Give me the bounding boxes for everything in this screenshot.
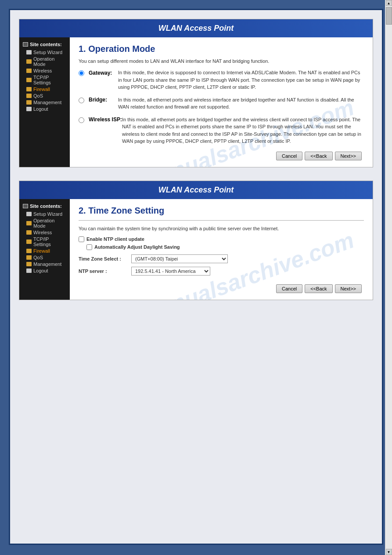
gateway-row: Gateway: In this mode, the device is sup… bbox=[79, 69, 364, 91]
sidebar-item-setup-wizard[interactable]: Setup Wizard bbox=[26, 50, 66, 55]
enable-ntp-checkbox[interactable] bbox=[79, 236, 84, 242]
panel1-button-row: Cancel <<Back Next>> bbox=[79, 152, 364, 160]
panel1-title-text: WLAN Access Point bbox=[158, 24, 234, 33]
time-zone-select-row: Time Zone Select : (GMT+08:00) Taipei bbox=[79, 254, 364, 263]
ntp-server-row: NTP server : 192.5.41.41 - North America bbox=[79, 267, 364, 276]
folder-icon bbox=[26, 87, 32, 91]
time-zone-select-label: Time Zone Select : bbox=[79, 256, 131, 261]
folder-icon bbox=[26, 100, 32, 105]
scroll-thumb[interactable] bbox=[386, 7, 392, 25]
sidebar-item-tcpip[interactable]: TCP/IP Settings bbox=[26, 75, 66, 85]
sidebar2-item-management[interactable]: Management bbox=[26, 261, 66, 267]
doc-icon bbox=[26, 268, 32, 273]
time-zone-select[interactable]: (GMT+08:00) Taipei bbox=[131, 254, 228, 263]
folder-icon bbox=[26, 59, 32, 64]
sidebar-item-qos[interactable]: QoS bbox=[26, 93, 66, 98]
sidebar1-title: Site contents: bbox=[23, 42, 66, 47]
bridge-radio[interactable] bbox=[79, 98, 84, 103]
monitor-icon2 bbox=[23, 204, 28, 208]
bridge-row: Bridge: In this mode, all ethernet ports… bbox=[79, 96, 364, 111]
gateway-desc: In this mode, the device is supposed to … bbox=[118, 69, 364, 91]
auto-daylight-checkbox[interactable] bbox=[86, 244, 92, 250]
ntp-server-select[interactable]: 192.5.41.41 - North America bbox=[131, 267, 210, 276]
sidebar2-title: Site contents: bbox=[23, 203, 66, 209]
panel2-back-button[interactable]: <<Back bbox=[305, 284, 332, 293]
doc-icon bbox=[26, 50, 32, 54]
doc-icon bbox=[26, 107, 32, 111]
wireless-isp-radio[interactable] bbox=[79, 117, 84, 123]
sidebar-item-wireless[interactable]: Wireless bbox=[26, 68, 66, 73]
ntp-server-label: NTP server : bbox=[79, 268, 131, 274]
panel1-header: WLAN Access Point bbox=[19, 19, 373, 37]
folder-icon bbox=[26, 94, 32, 98]
panel1-scrollbar[interactable]: ▲ ▼ bbox=[385, 0, 392, 555]
operation-mode-title: 1. Operation Mode bbox=[79, 44, 364, 54]
panel1-main: manualsarchive.com 1. Operation Mode You… bbox=[70, 37, 373, 167]
sidebar2-item-tcpip[interactable]: TCP/IP Settings bbox=[26, 236, 66, 247]
sidebar-item-management[interactable]: Management bbox=[26, 100, 66, 105]
auto-daylight-row: Automatically Adjust Daylight Saving bbox=[86, 244, 364, 250]
folder-icon bbox=[26, 78, 32, 82]
doc-icon bbox=[26, 212, 32, 216]
wireless-isp-desc: In this mode, all ethernet ports are bri… bbox=[122, 116, 364, 145]
sidebar2: Site contents: Setup Wizard Operation Mo… bbox=[19, 199, 70, 300]
sidebar2-item-operation-mode[interactable]: Operation Mode bbox=[26, 218, 66, 229]
panel2-header: WLAN Access Point bbox=[19, 181, 373, 199]
sidebar2-item-setup-wizard[interactable]: Setup Wizard bbox=[26, 211, 66, 217]
enable-ntp-label: Enable NTP client update bbox=[86, 236, 144, 242]
sidebar1: Site contents: Setup Wizard Operation Mo… bbox=[19, 37, 70, 167]
scroll-up-arrow[interactable]: ▲ bbox=[386, 0, 392, 6]
panel1-body: Site contents: Setup Wizard Operation Mo… bbox=[19, 37, 373, 167]
wireless-isp-row: Wireless ISP: In this mode, all ethernet… bbox=[79, 116, 364, 145]
folder-icon bbox=[26, 230, 32, 235]
folder-icon bbox=[26, 262, 32, 266]
panel1-next-button[interactable]: Next>> bbox=[335, 152, 362, 160]
monitor-icon bbox=[23, 42, 28, 47]
time-zone-desc: You can maintain the system time by sync… bbox=[79, 226, 364, 231]
panel1-back-button[interactable]: <<Back bbox=[305, 152, 332, 160]
operation-mode-desc: You can setup different modes to LAN and… bbox=[79, 58, 364, 64]
folder-icon bbox=[26, 249, 32, 253]
time-zone-title: 2. Time Zone Setting bbox=[79, 206, 364, 216]
panel2-button-row: Cancel <<Back Next>> bbox=[79, 284, 364, 293]
panel2-main: manualsarchive.com 2. Time Zone Setting … bbox=[70, 199, 373, 300]
folder-icon bbox=[26, 221, 32, 225]
folder-icon bbox=[26, 69, 32, 73]
section-divider bbox=[79, 220, 364, 221]
scroll-down-arrow[interactable]: ▼ bbox=[386, 549, 392, 555]
panel1-cancel-button[interactable]: Cancel bbox=[276, 152, 302, 160]
panel2-cancel-button[interactable]: Cancel bbox=[276, 284, 302, 293]
sidebar-item-firewall[interactable]: Firewall bbox=[26, 87, 66, 92]
sidebar2-item-wireless[interactable]: Wireless bbox=[26, 230, 66, 235]
sidebar2-item-qos[interactable]: QoS bbox=[26, 255, 66, 260]
panel2-title-text: WLAN Access Point bbox=[158, 185, 234, 194]
sidebar-item-logout[interactable]: Logout bbox=[26, 106, 66, 112]
sidebar-item-operation-mode[interactable]: Operation Mode bbox=[26, 56, 66, 67]
sidebar2-item-firewall[interactable]: Firewall bbox=[26, 248, 66, 254]
wireless-isp-label: Wireless ISP: bbox=[79, 116, 122, 123]
panel-time-zone: WLAN Access Point Site contents: Setup W… bbox=[19, 181, 373, 300]
outer-border: WLAN Access Point Site contents: Setup W… bbox=[9, 9, 383, 545]
folder-icon bbox=[26, 255, 32, 260]
gateway-label: Gateway: bbox=[79, 69, 118, 76]
panel2-body: Site contents: Setup Wizard Operation Mo… bbox=[19, 199, 373, 300]
panel-operation-mode: WLAN Access Point Site contents: Setup W… bbox=[19, 19, 373, 167]
gateway-radio[interactable] bbox=[79, 70, 84, 76]
folder-icon bbox=[26, 239, 32, 244]
scroll-track bbox=[386, 25, 392, 549]
bridge-label: Bridge: bbox=[79, 96, 118, 103]
auto-daylight-label: Automatically Adjust Daylight Saving bbox=[94, 244, 180, 250]
panel2-next-button[interactable]: Next>> bbox=[335, 284, 362, 293]
sidebar2-item-logout[interactable]: Logout bbox=[26, 268, 66, 273]
bridge-desc: In this mode, all ethernet ports and wir… bbox=[118, 96, 364, 111]
enable-ntp-row: Enable NTP client update bbox=[79, 236, 364, 242]
